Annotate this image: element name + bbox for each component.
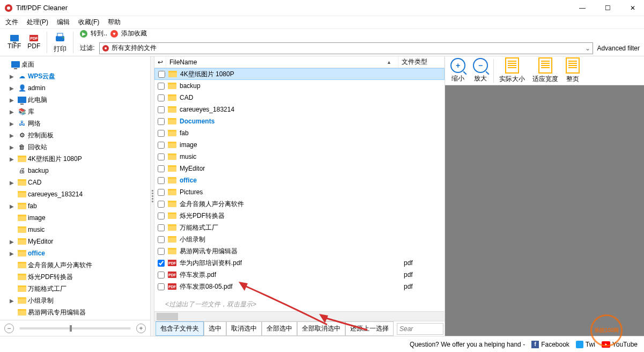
tree-item[interactable]: 万能格式工厂 [1, 283, 149, 295]
expand-icon[interactable]: ▶ [10, 298, 16, 304]
tree-item[interactable]: ▶🖧网络 [1, 118, 149, 129]
check-button[interactable]: 选中 [204, 321, 226, 336]
tiff-button[interactable]: TIFF [4, 34, 24, 51]
tree-item[interactable]: 桌面 [1, 58, 149, 70]
whole-page-button[interactable]: 整页 [562, 56, 583, 85]
file-checkbox[interactable] [158, 118, 165, 125]
pdf-button[interactable]: PDF PDF [24, 34, 43, 51]
menu-file[interactable]: 文件 [5, 18, 18, 27]
file-checkbox[interactable] [158, 189, 165, 196]
fit-width-button[interactable]: 适应宽度 [529, 56, 561, 85]
expand-icon[interactable]: ▶ [10, 156, 16, 162]
file-list[interactable]: 4K壁纸图片 1080PbackupCADcareueyes_183214Doc… [154, 68, 445, 298]
tree-item[interactable]: ▶🗑回收站 [1, 141, 149, 153]
file-row[interactable]: 4K壁纸图片 1080P [154, 68, 445, 80]
convert-button[interactable]: 转到.. [91, 29, 107, 38]
file-row[interactable]: Documents [154, 115, 445, 127]
actual-size-button[interactable]: 实际大小 [496, 56, 528, 85]
file-row[interactable]: 万能格式工厂 [154, 222, 445, 233]
tree-item[interactable]: 金舟音频人声分离软件 [1, 259, 149, 271]
tree-item[interactable]: ▶office [1, 247, 149, 259]
file-row[interactable]: PDF停车发票.pdfpdf [154, 269, 445, 281]
file-row[interactable]: 金舟音频人声分离软件 [154, 198, 445, 210]
col-back[interactable]: ↩ [154, 56, 166, 68]
expand-icon[interactable]: ▶ [10, 85, 16, 91]
file-row[interactable]: careueyes_183214 [154, 104, 445, 115]
expand-icon[interactable]: ▶ [10, 203, 16, 209]
expand-icon[interactable]: ▶ [10, 109, 16, 115]
tree-item[interactable]: 易游网讯专用编辑器 [1, 306, 149, 318]
file-checkbox[interactable] [158, 83, 165, 90]
advanced-filter-link[interactable]: Advanced filter [597, 45, 640, 52]
expand-icon[interactable]: ▶ [10, 239, 16, 245]
file-checkbox[interactable] [158, 130, 165, 137]
tree-item[interactable]: 烁光PDF转换器 [1, 271, 149, 283]
filter-dropdown[interactable]: 所有支持的文件 ⌄ [99, 42, 593, 54]
zoom-out-button[interactable]: 缩小 [447, 57, 469, 84]
add-favorite-button[interactable]: 添加收藏 [121, 29, 147, 38]
file-checkbox[interactable] [158, 94, 165, 101]
menu-help[interactable]: 帮助 [108, 18, 121, 27]
file-checkbox[interactable] [158, 106, 165, 113]
tree-item[interactable]: 🖨backup [1, 165, 149, 177]
tree-item[interactable]: ▶此电脑 [1, 94, 149, 106]
file-row[interactable]: backup [154, 80, 445, 92]
file-row[interactable]: CAD [154, 92, 445, 104]
zoom-in-button[interactable]: 放大 [470, 57, 491, 84]
file-checkbox[interactable] [158, 224, 165, 231]
tree-item[interactable]: ▶fab [1, 200, 149, 212]
tree-item[interactable]: ▶👤admin [1, 82, 149, 94]
maximize-button[interactable]: ☐ [601, 2, 615, 14]
tree-item[interactable]: ▶4K壁纸图片 1080P [1, 153, 149, 165]
uncheck-button[interactable]: 取消选中 [226, 321, 262, 336]
file-checkbox[interactable] [158, 165, 165, 172]
menu-process[interactable]: 处理(P) [27, 18, 48, 27]
file-row[interactable]: MyEditor [154, 163, 445, 174]
expand-icon[interactable]: ▶ [10, 97, 16, 103]
tree-item[interactable]: ▶小组录制 [1, 295, 149, 306]
menu-edit[interactable]: 编辑 [57, 18, 70, 27]
file-row[interactable]: PDF华为内部培训资料.pdfpdf [154, 257, 445, 269]
zoom-out-tree-button[interactable]: − [4, 324, 14, 333]
expand-icon[interactable]: ▶ [10, 251, 16, 256]
tree-item[interactable]: ▶MyEditor [1, 236, 149, 247]
expand-icon[interactable]: ▶ [10, 121, 16, 127]
tree-item[interactable]: ▶⚙控制面板 [1, 129, 149, 141]
folder-tree[interactable]: 桌面▶☁WPS云盘▶👤admin▶此电脑▶📚库▶🖧网络▶⚙控制面板▶🗑回收站▶4… [0, 56, 150, 320]
tree-item[interactable]: ▶CAD [1, 177, 149, 188]
file-checkbox[interactable] [158, 283, 165, 290]
file-checkbox[interactable] [158, 201, 165, 208]
check-all-button[interactable]: 全部选中 [262, 321, 297, 336]
include-subfolders-button[interactable]: 包含子文件夹 [156, 321, 204, 336]
file-checkbox[interactable] [158, 71, 165, 78]
minimize-button[interactable]: — [575, 2, 590, 14]
tree-item[interactable]: music [1, 224, 149, 236]
file-row[interactable]: Pictures [154, 186, 445, 198]
col-type[interactable]: 文件类型 [398, 56, 445, 68]
twitter-link[interactable]: Twi [576, 341, 595, 348]
tree-item[interactable]: careueyes_183214 [1, 188, 149, 200]
zoom-slider[interactable] [19, 327, 131, 329]
file-checkbox[interactable] [158, 177, 165, 184]
file-checkbox[interactable] [158, 236, 165, 243]
col-filename[interactable]: FileName ▲ [166, 56, 398, 68]
file-row[interactable]: 小组录制 [154, 233, 445, 245]
tree-item[interactable]: ▶📚库 [1, 106, 149, 118]
search-input[interactable] [397, 323, 443, 335]
tree-item[interactable]: ▶☁WPS云盘 [1, 70, 149, 82]
file-row[interactable]: 易游网讯专用编辑器 [154, 245, 445, 257]
file-row[interactable]: image [154, 139, 445, 151]
close-button[interactable]: ✕ [626, 2, 640, 14]
expand-icon[interactable]: ▶ [10, 180, 16, 186]
menu-favorites[interactable]: 收藏(F) [78, 18, 99, 27]
file-checkbox[interactable] [158, 153, 165, 160]
expand-icon[interactable]: ▶ [10, 133, 16, 138]
expand-icon[interactable]: ▶ [10, 144, 16, 150]
tree-item[interactable]: image [1, 212, 149, 224]
print-button[interactable]: 打印 [50, 31, 70, 55]
expand-icon[interactable]: ▶ [10, 74, 16, 79]
file-checkbox[interactable] [158, 260, 165, 267]
undo-selection-button[interactable]: 还原上一选择 [345, 321, 394, 336]
zoom-in-tree-button[interactable]: + [136, 324, 146, 333]
file-row[interactable]: 烁光PDF转换器 [154, 210, 445, 222]
